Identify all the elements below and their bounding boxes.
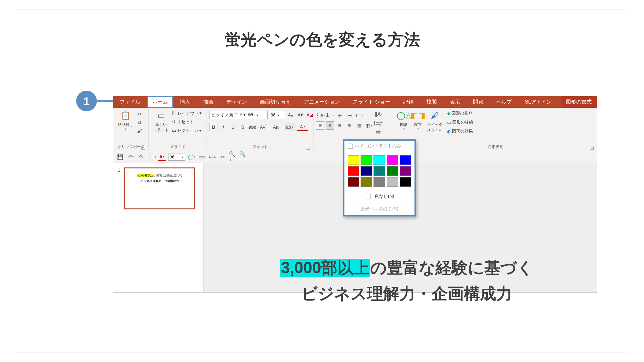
align-center-button[interactable]: ≡: [326, 121, 334, 130]
group-clipboard: 📋 貼り付け ▾ ✂ ⧉ 🖌 クリップボード ↘: [113, 108, 149, 151]
thumb-line2: ビジネス理解力・企画構成力: [129, 179, 190, 183]
cut-icon[interactable]: ✂: [137, 111, 142, 117]
change-case-button[interactable]: Aa▾: [271, 123, 282, 131]
reset-button[interactable]: ↺ リセット: [172, 119, 202, 125]
new-slide-button[interactable]: ▭ 新しい スライド: [151, 110, 171, 134]
shape-fill-button[interactable]: ◆図形の塗り: [447, 110, 473, 116]
highlight-color-button[interactable]: ab▾: [284, 123, 295, 131]
redo-icon[interactable]: ↷: [137, 153, 145, 161]
justify-button[interactable]: ≡: [345, 121, 353, 130]
font-color-qat-icon[interactable]: A▾: [158, 153, 166, 161]
color-swatch-5[interactable]: [348, 166, 359, 176]
tab-draw[interactable]: 描画: [197, 96, 220, 108]
color-swatch-7[interactable]: [373, 166, 385, 176]
line-spacing-button[interactable]: ↕≡▾: [355, 111, 363, 119]
no-color-swatch-icon: [365, 194, 371, 199]
tab-help[interactable]: ヘルプ: [490, 96, 518, 108]
zoom-out-icon[interactable]: 🔍−: [239, 153, 247, 161]
increase-font-icon[interactable]: A▴: [286, 111, 295, 119]
color-swatch-1[interactable]: [361, 155, 372, 165]
tab-shape-format[interactable]: 図形の書式: [561, 96, 597, 108]
bold-button[interactable]: B: [210, 123, 218, 131]
color-swatch-3[interactable]: [387, 155, 398, 165]
color-swatch-2[interactable]: [373, 155, 385, 165]
strikethrough-button[interactable]: abc: [248, 123, 257, 131]
no-color-item[interactable]: 色なし(N): [344, 190, 414, 203]
clipboard-dialog-launcher[interactable]: ↘: [141, 146, 145, 150]
tab-file[interactable]: ファイル: [113, 96, 147, 108]
save-icon[interactable]: 💾: [117, 153, 124, 161]
font-dialog-launcher[interactable]: ↘: [306, 146, 310, 150]
char-spacing-button[interactable]: AV▾: [258, 123, 270, 131]
shadow-button[interactable]: S: [239, 123, 247, 131]
ruler-qat-icon[interactable]: ⟷: [208, 153, 216, 161]
section-button[interactable]: ▭ セクション ▾: [172, 128, 202, 134]
group-slides-label: スライド: [151, 144, 204, 151]
copy-icon[interactable]: ⧉: [137, 120, 142, 126]
font-size-qat-combo[interactable]: 36 ▾: [168, 154, 185, 161]
color-swatch-0[interactable]: [348, 155, 359, 165]
font-size-combo[interactable]: 36 ▾: [269, 111, 285, 119]
color-swatch-10[interactable]: [348, 177, 359, 187]
color-swatch-4[interactable]: [400, 155, 411, 165]
color-swatch-8[interactable]: [387, 166, 398, 176]
increase-indent-button[interactable]: ⇥: [345, 111, 353, 119]
underline-button[interactable]: U: [229, 123, 237, 131]
layout-button[interactable]: ▥ レイアウト ▾: [172, 110, 202, 116]
tab-view[interactable]: 表示: [443, 96, 466, 108]
clear-formatting-icon[interactable]: A◢: [306, 111, 314, 119]
font-name-combo[interactable]: ヒラギノ角ゴ Pro W6 ▾: [210, 111, 268, 119]
no-color-label: 色なし(N): [374, 194, 394, 199]
columns-button[interactable]: ▥▾: [364, 121, 373, 130]
tab-home[interactable]: ホーム: [147, 96, 173, 108]
arrange-button[interactable]: ◧◨ 配置 ▾: [411, 110, 425, 131]
slide-thumbnails-panel: 1 3,000部以上の豊富な経験に基づく ビジネス理解力・企画構成力: [113, 163, 204, 292]
ribbon-tabs: ファイル ホーム 挿入 描画 デザイン 画面切り替え アニメーション スライド …: [113, 96, 597, 108]
tab-record[interactable]: 記録: [397, 96, 420, 108]
tab-design[interactable]: デザイン: [220, 96, 253, 108]
italic-button[interactable]: I: [219, 123, 228, 131]
decrease-font-icon[interactable]: A▾: [296, 111, 304, 119]
color-swatch-6[interactable]: [361, 166, 372, 176]
checkbox-icon[interactable]: [348, 144, 353, 149]
decrease-indent-button[interactable]: ⇤: [335, 111, 344, 119]
color-swatch-9[interactable]: [400, 166, 411, 176]
smartart-button[interactable]: ▤▾: [375, 128, 381, 134]
shape-effects-button[interactable]: ◐図形の効果: [447, 128, 473, 134]
color-swatch-12[interactable]: [373, 177, 385, 187]
align-right-button[interactable]: ≡: [335, 121, 344, 130]
text-direction-button[interactable]: ‖A▾: [375, 111, 381, 117]
bullets-button[interactable]: ⋮≡▾: [316, 111, 324, 119]
tab-developer[interactable]: 開発: [466, 96, 490, 108]
distributed-button[interactable]: ≣: [355, 121, 363, 130]
quick-styles-button[interactable]: 🖌 クイック スタイル: [425, 110, 445, 134]
shape-outline-button[interactable]: ▭図形の枠線: [447, 119, 473, 125]
bullets-qat-icon[interactable]: ⋮≡▾: [148, 153, 155, 161]
undo-icon[interactable]: ↶▾: [127, 153, 135, 161]
format-painter-icon[interactable]: 🖌: [137, 128, 142, 134]
font-color-button[interactable]: A▾: [297, 123, 308, 131]
high-contrast-only-row[interactable]: ハイ コントラストのみ: [344, 141, 414, 152]
drawing-dialog-launcher[interactable]: ↘: [590, 146, 594, 150]
tab-slideshow[interactable]: スライド ショー: [346, 96, 397, 108]
tab-animations[interactable]: アニメーション: [297, 96, 346, 108]
align-left-button[interactable]: ≡: [316, 121, 324, 130]
paste-button[interactable]: 📋 貼り付け ▾: [116, 110, 135, 131]
numbering-button[interactable]: 1≡▾: [326, 111, 334, 119]
align-qat-icon[interactable]: ▭▫: [198, 153, 206, 161]
group-drawing-label: 図形描画 ↘: [397, 144, 594, 151]
color-swatch-11[interactable]: [361, 177, 372, 187]
color-swatch-13[interactable]: [387, 177, 398, 187]
crop-qat-icon[interactable]: ✂: [219, 153, 226, 161]
align-text-button[interactable]: [☰]▾: [375, 120, 381, 126]
shapes-button[interactable]: ◯△ 図形 ▾: [397, 110, 411, 131]
chevron-down-icon: ▾: [278, 113, 279, 117]
tab-transitions[interactable]: 画面切り替え: [253, 96, 297, 108]
slide-thumbnail-1[interactable]: 3,000部以上の豊富な経験に基づく ビジネス理解力・企画構成力: [124, 167, 195, 209]
shape-qat-icon[interactable]: ◯▾: [188, 153, 195, 161]
tab-sladdin[interactable]: SLアドイン: [518, 96, 558, 108]
zoom-in-icon[interactable]: 🔍+: [229, 153, 237, 161]
tab-review[interactable]: 校閲: [420, 96, 443, 108]
color-swatch-14[interactable]: [400, 177, 411, 187]
tab-insert[interactable]: 挿入: [173, 96, 197, 108]
